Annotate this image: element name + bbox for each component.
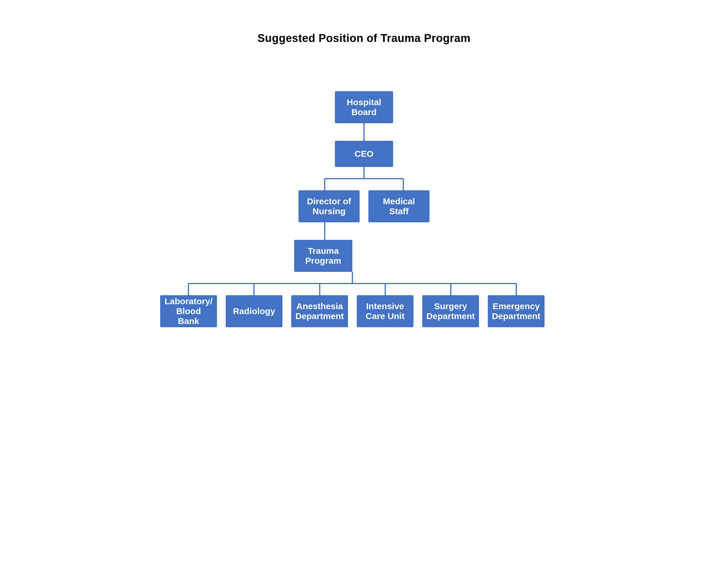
node-icu: Intensive Care Unit — [357, 295, 414, 327]
connector-trauma-leaves — [160, 272, 568, 295]
level3-row: Director of Nursing Medical Staff — [298, 190, 430, 222]
level5-row: Laboratory/ Blood Bank Radiology Anesthe… — [160, 295, 568, 327]
page-title: Suggested Position of Trauma Program — [257, 32, 471, 45]
connector-ceo-level3 — [291, 167, 437, 190]
node-director-nursing: Director of Nursing — [298, 190, 360, 222]
node-radiology: Radiology — [226, 295, 282, 327]
level4-container: Trauma Program — [291, 240, 437, 272]
node-hospital-board: Hospital Board — [335, 91, 393, 123]
page: Suggested Position of Trauma Program Hos… — [0, 0, 728, 563]
node-surgery: Surgery Department — [422, 295, 479, 327]
node-ceo: CEO — [335, 141, 393, 167]
node-trauma-program: Trauma Program — [294, 240, 352, 272]
connector-v1 — [363, 123, 365, 141]
connector-dn-trauma — [291, 222, 437, 240]
org-chart: Hospital Board CEO Director of Nursing M… — [160, 91, 568, 327]
node-anesthesia: Anesthesia Department — [291, 295, 348, 327]
node-medical-staff: Medical Staff — [368, 190, 430, 222]
node-laboratory: Laboratory/ Blood Bank — [160, 295, 217, 327]
node-emergency: Emergency Department — [488, 295, 545, 327]
